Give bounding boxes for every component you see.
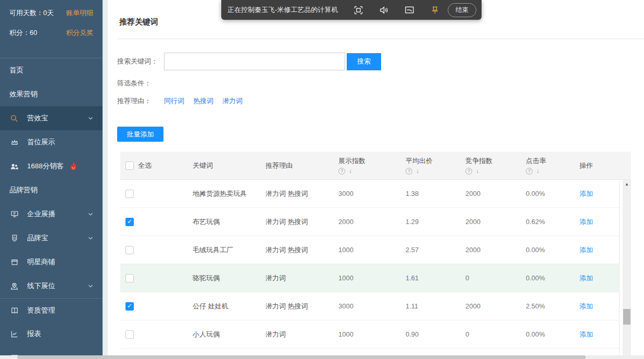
chevron-down-icon[interactable] bbox=[87, 211, 94, 218]
batch-add-button[interactable]: 批量添加 bbox=[117, 127, 163, 142]
search-button[interactable]: 搜索 bbox=[347, 53, 381, 70]
action-cell: 添加 bbox=[579, 189, 619, 199]
avg-bid-cell: 1.11 bbox=[406, 302, 465, 310]
add-keyword-link[interactable]: 添加 bbox=[579, 190, 593, 197]
sidebar-item-star-shop[interactable]: 明星商铺 bbox=[0, 250, 103, 274]
table-vertical-scrollbar: ▲ bbox=[623, 180, 631, 359]
reason-link-2[interactable]: 热搜词 bbox=[193, 97, 213, 105]
sidebar-item-qualification-manage[interactable]: 资质管理 bbox=[0, 298, 103, 322]
vertical-scrollbar-thumb[interactable] bbox=[623, 309, 630, 325]
sidebar-item-offline-booth[interactable]: 线下展位 bbox=[0, 274, 103, 298]
end-control-button[interactable]: 结束 bbox=[448, 3, 476, 17]
row-select-cell bbox=[120, 246, 193, 254]
sidebar-item-1688-distributor[interactable]: 1688分销客 bbox=[0, 154, 103, 178]
sidebar-item-brand-bao[interactable]: 品牌宝 bbox=[0, 226, 103, 250]
avg-bid-cell: 1.38 bbox=[406, 190, 465, 197]
avg-bid-cell: 1.61 bbox=[406, 274, 465, 282]
action-cell: 添加 bbox=[579, 302, 619, 311]
sidebar-item-report[interactable]: 报表 bbox=[0, 322, 103, 346]
sidebar-item-effect-marketing[interactable]: 效果营销 bbox=[0, 82, 103, 106]
badge-icon bbox=[9, 233, 19, 243]
sort-descending-icon[interactable]: ↓ bbox=[349, 168, 352, 174]
chevron-down-icon[interactable] bbox=[87, 115, 94, 122]
action-cell: 添加 bbox=[579, 245, 619, 255]
column-header-5[interactable]: 竞争指数?↓ bbox=[465, 157, 526, 175]
sidebar-item-enterprise-showcase[interactable]: 企业展播 bbox=[0, 202, 103, 226]
sort-descending-icon[interactable]: ↓ bbox=[536, 168, 539, 174]
row-checkbox[interactable] bbox=[125, 190, 134, 198]
sort-controls: ?↓ bbox=[526, 168, 579, 175]
table-row: 布艺玩偶潜力词 热搜词20001.2920000.62%添加 bbox=[120, 208, 619, 236]
sidebar-menu: 首页效果营销营效宝首位展示1688分销客品牌营销企业展播品牌宝明星商铺线下展位资… bbox=[0, 58, 103, 359]
points-label: 积分：60 bbox=[9, 28, 37, 38]
row-checkbox[interactable] bbox=[125, 302, 134, 311]
row-checkbox[interactable] bbox=[125, 330, 134, 339]
row-checkbox[interactable] bbox=[125, 218, 134, 226]
row-checkbox[interactable] bbox=[125, 246, 134, 254]
add-keyword-link[interactable]: 添加 bbox=[579, 302, 593, 310]
add-keyword-link[interactable]: 添加 bbox=[579, 246, 593, 254]
add-keyword-link[interactable]: 添加 bbox=[579, 330, 593, 338]
bill-detail-link[interactable]: 账单明细 bbox=[66, 8, 93, 18]
chevron-down-icon[interactable] bbox=[87, 282, 94, 290]
location-icon bbox=[9, 281, 19, 291]
column-header-6[interactable]: 点击率?↓ bbox=[526, 157, 579, 175]
ctr-cell: 0.62% bbox=[526, 218, 579, 226]
screen-pointer-icon[interactable] bbox=[404, 5, 415, 16]
help-icon[interactable]: ? bbox=[338, 168, 345, 175]
help-icon[interactable]: ? bbox=[465, 168, 472, 175]
filter-conditions-row: 筛选条件： bbox=[117, 79, 644, 88]
display-index-cell: 1000 bbox=[338, 274, 406, 282]
table-row: 骆驼玩偶潜力词10001.6100.00%添加 bbox=[120, 264, 619, 292]
column-header-3[interactable]: 展示指数?↓ bbox=[338, 157, 406, 175]
help-icon[interactable]: ? bbox=[406, 168, 412, 175]
ctr-cell: 2.50% bbox=[526, 302, 579, 310]
speaker-icon[interactable] bbox=[378, 5, 389, 16]
reason-cell: 潜力词 热搜词 bbox=[266, 217, 338, 227]
sidebar-item-top-display[interactable]: 首位展示 bbox=[0, 130, 103, 154]
action-cell: 添加 bbox=[579, 330, 619, 339]
sort-descending-icon[interactable]: ↓ bbox=[476, 168, 479, 174]
people-icon bbox=[9, 162, 19, 171]
reason-label: 推荐理由： bbox=[117, 96, 164, 106]
add-keyword-link[interactable]: 添加 bbox=[579, 218, 593, 226]
table-header: 全选 关键词推荐理由展示指数?↓平均出价?↓竞争指数?↓点击率?↓操作 bbox=[120, 152, 631, 180]
reason-cell: 潜力词 热搜词 bbox=[266, 245, 338, 255]
row-select-cell bbox=[120, 218, 193, 226]
sidebar-item-label: 品牌宝 bbox=[27, 233, 48, 243]
help-icon[interactable]: ? bbox=[526, 168, 533, 175]
column-header-4[interactable]: 平均出价?↓ bbox=[406, 157, 465, 175]
fullscreen-icon[interactable] bbox=[353, 5, 364, 16]
sidebar-item-brand-marketing[interactable]: 品牌营销 bbox=[0, 178, 103, 202]
add-keyword-link[interactable]: 添加 bbox=[579, 274, 593, 282]
table-row: 地摊货源热卖玩具潜力词 热搜词30001.3820000.00%添加 bbox=[120, 180, 619, 208]
reason-link-3[interactable]: 潜力词 bbox=[222, 97, 243, 105]
sidebar-item-home[interactable]: 首页 bbox=[0, 58, 103, 82]
reason-link-1[interactable]: 同行词 bbox=[164, 97, 184, 105]
search-label: 搜索关键词： bbox=[117, 57, 164, 66]
points-redeem-link[interactable]: 积分兑奖 bbox=[66, 28, 93, 38]
sidebar-stats: 可用天数：0天 账单明细 积分：60 积分兑奖 bbox=[0, 0, 103, 58]
row-checkbox[interactable] bbox=[125, 274, 134, 282]
sidebar-item-yingxiaobao[interactable]: 营效宝 bbox=[0, 106, 103, 130]
remote-control-status: 正在控制秦玉飞-米修工艺品的计算机 bbox=[228, 5, 338, 15]
keyword-cell: 毛绒玩具工厂 bbox=[193, 245, 266, 255]
scroll-up-arrow-icon[interactable]: ▲ bbox=[623, 182, 631, 187]
title-divider bbox=[117, 39, 644, 39]
horizontal-scrollbar-track bbox=[0, 355, 644, 359]
row-select-cell bbox=[120, 330, 193, 339]
sidebar-item-label: 线下展位 bbox=[27, 281, 55, 291]
sort-descending-icon[interactable]: ↓ bbox=[416, 168, 419, 174]
select-all-checkbox[interactable] bbox=[125, 162, 134, 170]
pin-tool-icon[interactable] bbox=[430, 5, 440, 16]
search-row: 搜索关键词： 搜索 bbox=[117, 53, 644, 70]
chevron-down-icon[interactable] bbox=[87, 234, 94, 242]
display-index-cell: 3000 bbox=[338, 302, 406, 310]
reason-filter-row: 推荐理由： 同行词热搜词潜力词 bbox=[117, 96, 644, 106]
search-input[interactable] bbox=[164, 53, 345, 70]
competition-cell: 2000 bbox=[465, 302, 526, 310]
reason-cell: 潜力词 bbox=[266, 330, 338, 339]
select-all-cell: 全选 bbox=[120, 161, 193, 170]
horizontal-scrollbar-thumb[interactable] bbox=[17, 355, 586, 359]
reason-cell: 潜力词 bbox=[266, 274, 338, 283]
